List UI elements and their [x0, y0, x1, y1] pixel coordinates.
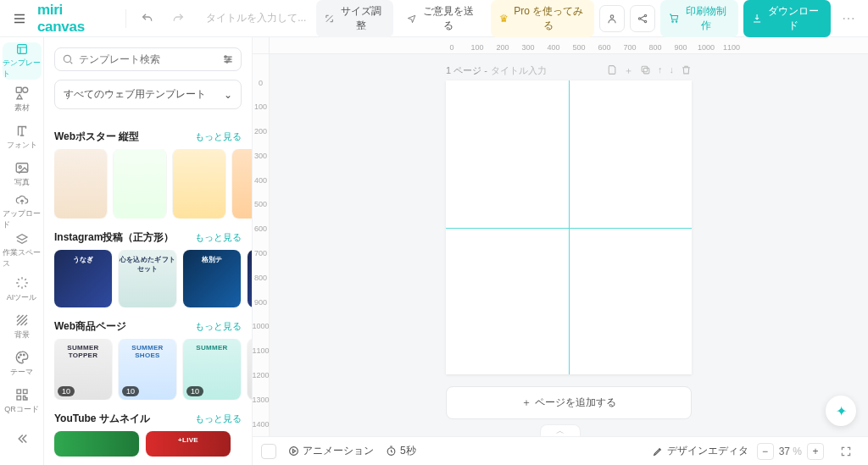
section-title: Web商品ページ: [54, 319, 126, 334]
background-color-swatch[interactable]: [261, 444, 276, 459]
redo-button[interactable]: [165, 5, 191, 32]
template-category-select[interactable]: すべてのウェブ用テンプレート ⌄: [54, 80, 242, 109]
svg-point-23: [290, 447, 298, 456]
svg-rect-14: [17, 390, 21, 394]
page-delete-icon[interactable]: [681, 64, 692, 77]
page-up-icon[interactable]: ↑: [658, 64, 663, 77]
svg-point-17: [64, 55, 70, 62]
svg-point-10: [19, 166, 21, 169]
section-web-product: Web商品ページ もっと見る SUMMER TOPPER10 SUMMER SH…: [54, 319, 252, 400]
app-button[interactable]: [599, 5, 625, 32]
menu-button[interactable]: [7, 5, 32, 32]
sidenav-elements[interactable]: 素材: [3, 81, 42, 117]
section-title: Instagram投稿（正方形）: [54, 230, 174, 245]
zoom-control: − 37 % +: [757, 443, 824, 460]
feedback-button[interactable]: ご意見を送る: [398, 0, 485, 37]
page-add-icon[interactable]: ＋: [624, 64, 633, 77]
section-instagram: Instagram投稿（正方形） もっと見る うなぎ 心を込めたギフトセット 格…: [54, 230, 252, 307]
svg-point-4: [672, 21, 674, 23]
see-more-link[interactable]: もっと見る: [195, 130, 242, 143]
undo-button[interactable]: [135, 5, 160, 32]
sidenav-background[interactable]: 背景: [3, 309, 42, 345]
see-more-link[interactable]: もっと見る: [195, 412, 242, 425]
page-duplicate-icon[interactable]: [640, 64, 651, 77]
canvas-area: 010020030040050060070080090010001100 010…: [253, 37, 868, 465]
section-title: Webポスター 縦型: [54, 130, 139, 144]
fit-screen-button[interactable]: [832, 438, 860, 465]
add-page-button[interactable]: ＋ ページを追加する: [446, 386, 692, 419]
page-down-icon[interactable]: ↓: [670, 64, 675, 77]
more-button[interactable]: ⋯: [836, 5, 861, 32]
template-search-input[interactable]: [79, 53, 217, 65]
sidenav-templates[interactable]: テンプレート: [3, 42, 42, 80]
zoom-out-button[interactable]: −: [757, 443, 774, 460]
section-web-poster: Webポスター 縦型 もっと見る: [54, 130, 252, 219]
top-bar: miri canvas タイトルを入力して... サイズ調整 ご意見を送る ♛ …: [0, 0, 868, 37]
zoom-value[interactable]: 37 %: [779, 446, 802, 457]
resize-button[interactable]: サイズ調整: [316, 0, 393, 37]
search-icon: [62, 53, 74, 65]
svg-rect-22: [642, 66, 648, 72]
zoom-in-button[interactable]: +: [807, 443, 824, 460]
template-thumb[interactable]: [54, 149, 107, 219]
page-title-input[interactable]: タイトル入力: [491, 64, 547, 77]
template-thumb[interactable]: +LIVE: [146, 431, 231, 457]
help-fab[interactable]: ✦: [826, 396, 856, 426]
section-title: YouTube サムネイル: [54, 412, 150, 426]
section-youtube: YouTube サムネイル もっと見る +LIVE: [54, 412, 252, 457]
share-button[interactable]: [630, 5, 655, 32]
svg-point-0: [610, 14, 614, 18]
template-thumb[interactable]: うなぎ: [54, 250, 112, 307]
page-header: 1 ページ - タイトル入力 ＋ ↑ ↓: [446, 64, 692, 77]
template-thumb[interactable]: [248, 339, 252, 400]
svg-rect-15: [23, 390, 27, 394]
template-thumb[interactable]: SUMMER10: [183, 339, 241, 400]
see-more-link[interactable]: もっと見る: [195, 320, 242, 333]
design-editor-button[interactable]: デザインエディタ: [653, 444, 748, 458]
see-more-link[interactable]: もっと見る: [195, 231, 242, 244]
crown-icon: ♛: [499, 13, 509, 25]
svg-point-3: [644, 20, 646, 22]
pages-drawer-handle[interactable]: ︿: [540, 424, 581, 436]
collapse-sidebar-button[interactable]: [3, 421, 42, 457]
template-thumb[interactable]: [114, 149, 166, 219]
svg-point-8: [22, 87, 27, 92]
sidenav-qr[interactable]: QRコード: [3, 384, 42, 419]
download-button[interactable]: ダウンロード: [743, 0, 831, 37]
template-thumb[interactable]: [54, 431, 139, 457]
template-thumb[interactable]: [173, 149, 225, 219]
sidenav-font[interactable]: フォント: [3, 119, 42, 154]
svg-rect-6: [17, 45, 26, 54]
duration-button[interactable]: 5秒: [386, 444, 416, 458]
sidenav-ai[interactable]: AIツール: [3, 271, 42, 307]
design-page[interactable]: [446, 80, 692, 374]
search-filter-icon[interactable]: [222, 53, 234, 65]
template-thumb[interactable]: 心を込めたギフトセット: [119, 250, 176, 307]
svg-point-13: [23, 354, 25, 356]
animation-button[interactable]: アニメーション: [288, 444, 374, 458]
svg-point-5: [676, 21, 677, 23]
ruler-corner: [253, 37, 270, 54]
template-thumb[interactable]: SUMMER SHOES10: [119, 339, 176, 400]
sidenav-photo[interactable]: 写真: [3, 156, 42, 191]
template-thumb[interactable]: [248, 250, 252, 307]
canvas-viewport[interactable]: 1 ページ - タイトル入力 ＋ ↑ ↓ ＋ ページを追加する: [270, 54, 868, 436]
template-thumb[interactable]: [232, 149, 252, 219]
svg-point-11: [18, 357, 19, 358]
svg-point-1: [638, 17, 640, 19]
svg-point-12: [19, 354, 21, 356]
print-order-button[interactable]: 印刷物制作: [660, 0, 738, 37]
svg-rect-21: [643, 68, 649, 74]
pro-upgrade-button[interactable]: ♛ Pro を使ってみる: [491, 0, 594, 37]
template-thumb[interactable]: 格別テ: [183, 250, 241, 307]
sidenav-upload[interactable]: アップロード: [3, 193, 42, 230]
design-title-input[interactable]: タイトルを入力して...: [201, 8, 311, 29]
sidenav-theme[interactable]: テーマ: [3, 346, 42, 382]
svg-rect-7: [16, 87, 21, 92]
page-memo-icon[interactable]: [606, 64, 617, 77]
ruler-horizontal: 010020030040050060070080090010001100: [270, 37, 868, 54]
template-search[interactable]: [54, 47, 242, 71]
page-label: 1 ページ -: [446, 64, 487, 77]
template-thumb[interactable]: SUMMER TOPPER10: [54, 339, 112, 400]
sidenav-workspace[interactable]: 作業スペース: [3, 232, 42, 269]
